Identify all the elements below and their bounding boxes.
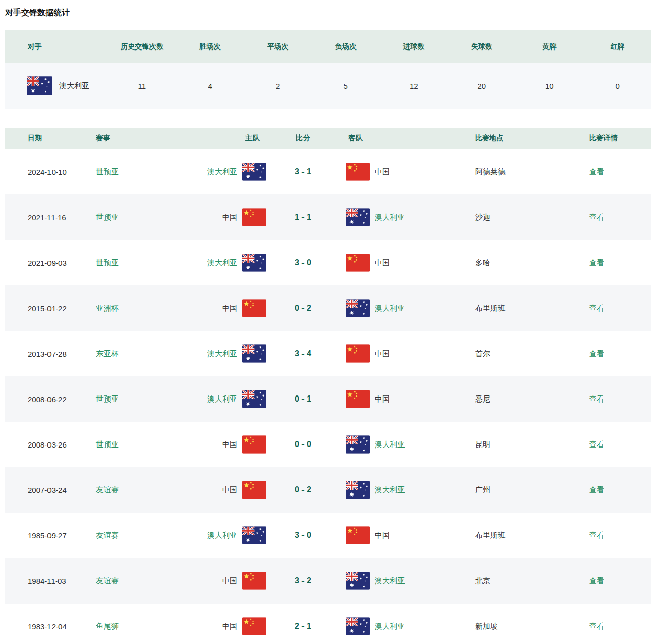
away-team-name: 中国: [375, 258, 390, 268]
home-team-cell: 中国: [157, 617, 266, 635]
competition-link[interactable]: 世预亚: [96, 394, 119, 403]
home-team-name[interactable]: 澳大利亚: [207, 531, 237, 540]
stat-yellow-cards: 10: [516, 82, 584, 90]
away-team-cell: 中国: [340, 344, 475, 363]
home-team-name[interactable]: 澳大利亚: [207, 349, 237, 359]
match-score: 3 - 0: [266, 531, 340, 540]
away-team-cell: 澳大利亚: [340, 481, 475, 499]
away-team-name: 中国: [375, 167, 390, 177]
match-date: 1983-12-04: [5, 622, 96, 631]
view-details-link[interactable]: 查看: [589, 213, 604, 221]
match-date: 2021-11-16: [5, 213, 96, 222]
away-team-cell: 中国: [340, 390, 475, 408]
home-team-cell: 澳大利亚: [157, 254, 266, 272]
view-details-link[interactable]: 查看: [589, 531, 604, 539]
away-team-name[interactable]: 澳大利亚: [375, 576, 405, 586]
china-flag-icon: [242, 572, 266, 590]
match-row: 2021-11-16 世预亚 中国 1 - 1 澳大利亚 沙迦 查看: [5, 194, 651, 240]
competition-link[interactable]: 友谊赛: [96, 531, 119, 539]
home-team-name[interactable]: 澳大利亚: [207, 258, 237, 268]
australia-flag-icon: [242, 344, 266, 363]
view-details-link[interactable]: 查看: [589, 394, 604, 403]
away-team-name[interactable]: 澳大利亚: [375, 622, 405, 631]
away-team-name[interactable]: 澳大利亚: [375, 440, 405, 450]
match-venue: 布里斯班: [475, 531, 589, 540]
match-row: 2008-03-26 世预亚 中国 0 - 0 澳大利亚 昆明 查看: [5, 422, 651, 467]
column-header-date: 日期: [5, 134, 96, 143]
view-details-link[interactable]: 查看: [589, 258, 604, 267]
competition-link[interactable]: 世预亚: [96, 213, 119, 221]
away-team-name[interactable]: 澳大利亚: [375, 213, 405, 222]
column-header-wins: 胜场次: [176, 42, 244, 52]
opponent-cell: 澳大利亚: [5, 76, 108, 95]
match-score: 0 - 2: [266, 485, 340, 494]
china-flag-icon: [346, 390, 370, 408]
view-details-link[interactable]: 查看: [589, 167, 604, 176]
away-team-cell: 中国: [340, 163, 475, 181]
opponent-name: 澳大利亚: [59, 81, 89, 91]
australia-flag-icon: [242, 163, 266, 181]
match-row: 2007-03-24 友谊赛 中国 0 - 2 澳大利亚 广州 查看: [5, 467, 651, 513]
competition-link[interactable]: 世预亚: [96, 167, 119, 176]
match-date: 2024-10-10: [5, 168, 96, 176]
china-flag-icon: [346, 344, 370, 363]
competition-link[interactable]: 鱼尾狮: [96, 622, 119, 630]
match-venue: 北京: [475, 576, 589, 586]
match-date: 2008-03-26: [5, 440, 96, 449]
competition-link[interactable]: 友谊赛: [96, 576, 119, 585]
match-venue: 布里斯班: [475, 304, 589, 313]
australia-flag-icon: [346, 299, 370, 317]
match-venue: 多哈: [475, 258, 589, 268]
column-header-yellow-cards: 黄牌: [516, 42, 584, 52]
stat-goals-against: 20: [448, 82, 516, 90]
match-date: 2008-06-22: [5, 395, 96, 404]
column-header-away-team: 客队: [340, 134, 475, 143]
match-date: 2021-09-03: [5, 259, 96, 267]
match-date: 2007-03-24: [5, 486, 96, 494]
match-row: 2024-10-10 世预亚 澳大利亚 3 - 1 中国 阿德莱德 查看: [5, 149, 651, 194]
away-team-cell: 澳大利亚: [340, 299, 475, 317]
australia-flag-icon: [27, 76, 52, 95]
australia-flag-icon: [346, 572, 370, 590]
match-score: 2 - 1: [266, 622, 340, 631]
competition-link[interactable]: 世预亚: [96, 258, 119, 267]
away-team-cell: 澳大利亚: [340, 572, 475, 590]
competition-link[interactable]: 友谊赛: [96, 485, 119, 494]
home-team-name[interactable]: 澳大利亚: [207, 394, 237, 404]
home-team-cell: 中国: [157, 481, 266, 499]
china-flag-icon: [242, 208, 266, 226]
home-team-name: 中国: [222, 304, 237, 313]
china-flag-icon: [346, 163, 370, 181]
column-header-total-matches: 历史交锋次数: [108, 42, 176, 52]
away-team-name: 中国: [375, 394, 390, 404]
australia-flag-icon: [346, 481, 370, 499]
china-flag-icon: [346, 254, 370, 272]
competition-link[interactable]: 世预亚: [96, 440, 119, 449]
column-header-goals-for: 进球数: [380, 42, 448, 52]
competition-link[interactable]: 东亚杯: [96, 349, 119, 358]
away-team-cell: 中国: [340, 254, 475, 272]
view-details-link[interactable]: 查看: [589, 485, 604, 494]
column-header-draws: 平场次: [244, 42, 312, 52]
china-flag-icon: [242, 299, 266, 317]
home-team-cell: 中国: [157, 435, 266, 454]
australia-flag-icon: [242, 390, 266, 408]
column-header-losses: 负场次: [312, 42, 380, 52]
home-team-name[interactable]: 澳大利亚: [207, 167, 237, 177]
home-team-cell: 澳大利亚: [157, 390, 266, 408]
match-venue: 昆明: [475, 440, 589, 450]
view-details-link[interactable]: 查看: [589, 576, 604, 585]
competition-link[interactable]: 亚洲杯: [96, 304, 119, 312]
view-details-link[interactable]: 查看: [589, 349, 604, 358]
view-details-link[interactable]: 查看: [589, 440, 604, 449]
home-team-cell: 中国: [157, 572, 266, 590]
home-team-cell: 澳大利亚: [157, 163, 266, 181]
view-details-link[interactable]: 查看: [589, 622, 604, 630]
away-team-name[interactable]: 澳大利亚: [375, 304, 405, 313]
australia-flag-icon: [346, 208, 370, 226]
summary-table-header: 对手 历史交锋次数 胜场次 平场次 负场次 进球数 失球数 黄牌 红牌: [5, 30, 651, 63]
column-header-opponent: 对手: [5, 42, 108, 52]
view-details-link[interactable]: 查看: [589, 304, 604, 312]
match-row: 2013-07-28 东亚杯 澳大利亚 3 - 4 中国 首尔 查看: [5, 331, 651, 376]
away-team-name[interactable]: 澳大利亚: [375, 485, 405, 495]
